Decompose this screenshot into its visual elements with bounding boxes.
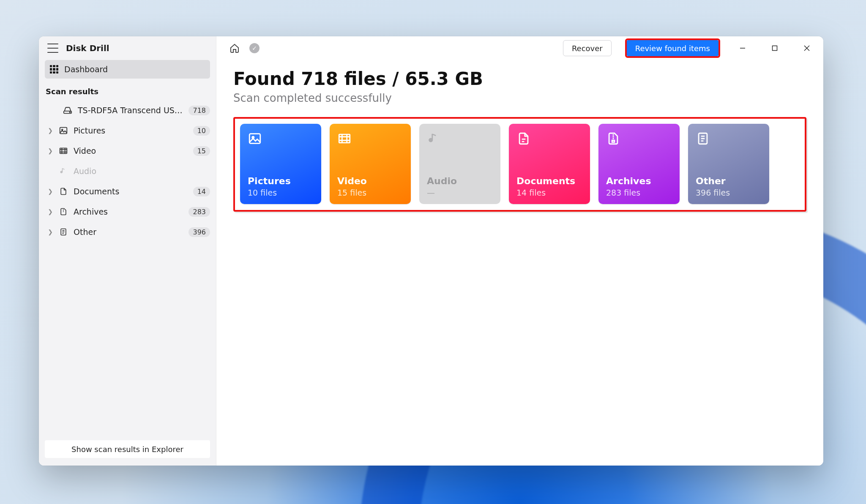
header: ✓ Recover Review found items <box>216 36 823 60</box>
card-other[interactable]: Other 396 files <box>688 124 769 204</box>
menu-icon[interactable] <box>47 44 58 53</box>
disk-icon <box>63 106 73 115</box>
chevron-right-icon: ❯ <box>47 147 53 154</box>
window-close-icon[interactable] <box>797 40 817 56</box>
status-check-icon: ✓ <box>249 43 260 53</box>
sheet-icon <box>696 131 762 150</box>
recover-button[interactable]: Recover <box>563 40 612 56</box>
card-sub: — <box>427 188 493 197</box>
main-panel: ✓ Recover Review found items Found 718 f… <box>216 36 823 466</box>
svg-rect-11 <box>339 134 350 143</box>
archive-icon <box>58 207 68 216</box>
sidebar-item-label: Pictures <box>74 126 188 135</box>
card-video[interactable]: Video 15 files <box>330 124 411 204</box>
sidebar-item-label: Archives <box>74 207 183 216</box>
sidebar-item-archives[interactable]: ❯ Archives 283 <box>39 202 216 222</box>
dashboard-icon <box>50 65 58 74</box>
file-icon <box>58 187 68 196</box>
sidebar-item-label: Video <box>74 146 188 155</box>
svg-point-0 <box>70 112 71 113</box>
card-sub: 10 files <box>248 188 314 197</box>
sidebar-item-label: Documents <box>74 187 188 196</box>
window-minimize-icon[interactable] <box>733 40 752 56</box>
count-badge: 283 <box>188 207 210 217</box>
category-cards-highlight: Pictures 10 files Video 15 files Audio —… <box>233 117 806 212</box>
card-sub: 15 files <box>337 188 403 197</box>
card-sub: 396 files <box>696 188 762 197</box>
count-badge: 396 <box>188 227 210 237</box>
app-window: Disk Drill Dashboard Scan results TS-RDF… <box>39 36 823 466</box>
sidebar: Disk Drill Dashboard Scan results TS-RDF… <box>39 36 216 466</box>
sidebar-item-label: Audio <box>74 166 210 176</box>
count-badge: 14 <box>193 187 210 196</box>
count-badge: 10 <box>193 126 210 136</box>
sidebar-item-video[interactable]: ❯ Video 15 <box>39 141 216 161</box>
card-title: Video <box>337 176 403 186</box>
chevron-right-icon: ❯ <box>47 229 53 235</box>
highlight-review: Review found items <box>625 38 720 58</box>
card-archives[interactable]: Archives 283 files <box>598 124 680 204</box>
sidebar-item-other[interactable]: ❯ Other 396 <box>39 222 216 242</box>
svg-rect-6 <box>773 46 777 51</box>
sidebar-item-dashboard[interactable]: Dashboard <box>45 60 210 79</box>
count-badge: 718 <box>188 106 210 115</box>
music-icon <box>58 167 68 175</box>
sidebar-item-documents[interactable]: ❯ Documents 14 <box>39 181 216 202</box>
svg-rect-1 <box>60 128 67 134</box>
archive-icon <box>606 131 672 150</box>
card-sub: 14 files <box>516 188 582 197</box>
sidebar-item-pictures[interactable]: ❯ Pictures 10 <box>39 120 216 141</box>
image-icon <box>248 131 314 150</box>
card-documents[interactable]: Documents 14 files <box>509 124 590 204</box>
card-title: Archives <box>606 176 672 186</box>
card-pictures[interactable]: Pictures 10 files <box>240 124 321 204</box>
svg-rect-3 <box>60 148 67 154</box>
chevron-right-icon: ❯ <box>47 208 53 215</box>
card-title: Pictures <box>248 176 314 186</box>
chevron-right-icon: ❯ <box>47 188 53 195</box>
card-title: Audio <box>427 176 493 186</box>
sidebar-section-label: Scan results <box>39 79 216 100</box>
video-icon <box>337 131 403 150</box>
sidebar-item-audio[interactable]: Audio <box>39 161 216 181</box>
app-title: Disk Drill <box>66 43 109 53</box>
count-badge: 15 <box>193 146 210 156</box>
sidebar-device[interactable]: TS-RDF5A Transcend US… 718 <box>39 100 216 120</box>
card-title: Documents <box>516 176 582 186</box>
card-title: Other <box>696 176 762 186</box>
window-maximize-icon[interactable] <box>765 40 784 56</box>
sheet-icon <box>58 227 68 237</box>
card-audio[interactable]: Audio — <box>419 124 500 204</box>
chevron-right-icon: ❯ <box>47 127 53 134</box>
svg-rect-9 <box>249 134 260 144</box>
image-icon <box>58 126 68 135</box>
card-sub: 283 files <box>606 188 672 197</box>
home-icon[interactable] <box>229 43 240 54</box>
results-headline: Found 718 files / 65.3 GB <box>233 68 806 89</box>
video-icon <box>58 146 68 155</box>
device-label: TS-RDF5A Transcend US… <box>78 106 183 115</box>
sidebar-item-label: Other <box>74 227 183 237</box>
results-subhead: Scan completed successfully <box>233 92 806 104</box>
music-icon <box>427 131 493 150</box>
sidebar-item-label: Dashboard <box>64 65 108 74</box>
show-in-explorer-button[interactable]: Show scan results in Explorer <box>45 440 210 458</box>
review-found-items-button[interactable]: Review found items <box>627 40 718 56</box>
file-icon <box>516 131 582 150</box>
